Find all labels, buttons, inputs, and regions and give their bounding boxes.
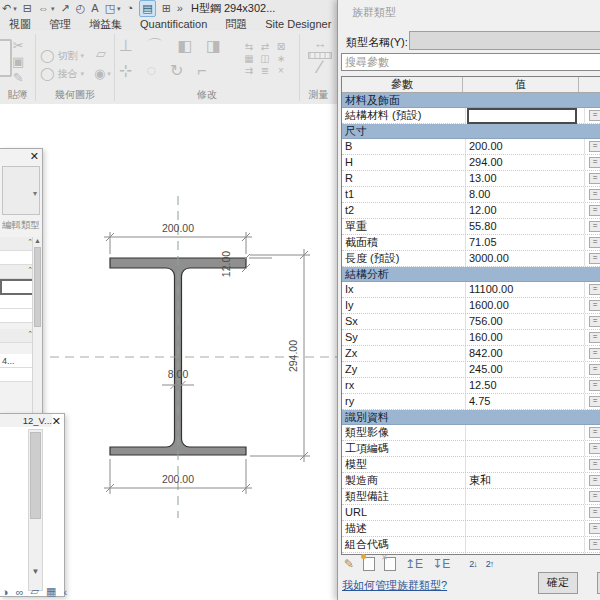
undo-icon[interactable]: ↶ bbox=[2, 1, 11, 16]
tab-view[interactable]: 視圖 bbox=[0, 18, 40, 31]
move-parameter-down-icon[interactable]: ↧E bbox=[432, 557, 450, 571]
formula-button[interactable]: = bbox=[589, 110, 600, 121]
param-value-cell[interactable]: 71.05 bbox=[466, 235, 585, 250]
crop-view-icon[interactable]: ▱ bbox=[31, 585, 39, 598]
scrollbar-thumb[interactable] bbox=[34, 247, 41, 327]
property-row[interactable]: 4... bbox=[0, 354, 33, 368]
formula-button[interactable]: = bbox=[589, 396, 600, 407]
formula-button[interactable]: = bbox=[589, 443, 600, 454]
property-row[interactable] bbox=[0, 251, 33, 265]
param-value-cell[interactable]: 756.00 bbox=[466, 314, 585, 329]
formula-button[interactable]: = bbox=[589, 316, 600, 327]
sync-icon[interactable]: ◴ bbox=[76, 1, 86, 16]
formula-button[interactable]: = bbox=[589, 221, 600, 232]
new-parameter-icon[interactable] bbox=[363, 557, 375, 571]
edit-parameter-icon[interactable]: ✎ bbox=[344, 557, 354, 571]
property-row[interactable] bbox=[0, 309, 33, 323]
tab-addins[interactable]: 增益集 bbox=[80, 18, 131, 31]
formula-button[interactable]: = bbox=[589, 427, 600, 438]
section-header[interactable]: 識別資料 bbox=[342, 410, 600, 425]
type-selector[interactable]: ▾ bbox=[2, 166, 40, 215]
delete-parameter-icon[interactable]: ✕ bbox=[384, 557, 396, 571]
text-icon[interactable]: A bbox=[91, 1, 98, 16]
close-icon[interactable]: ✕ bbox=[52, 415, 61, 428]
type-name-combobox[interactable] bbox=[409, 31, 600, 50]
tab-site-designer[interactable]: Site Designer bbox=[256, 18, 340, 31]
formula-button[interactable]: = bbox=[589, 300, 600, 311]
property-group-row[interactable]: ⌃ bbox=[0, 237, 33, 251]
collapse-icon[interactable]: ⌃ bbox=[27, 330, 31, 338]
formula-button[interactable]: = bbox=[589, 141, 600, 152]
close-inactive-windows-icon[interactable]: ⊞ bbox=[162, 1, 171, 16]
dim-top-width-text[interactable]: 200.00 bbox=[162, 222, 194, 234]
param-value-cell[interactable]: 12.50 bbox=[466, 378, 585, 393]
edit-type-button[interactable]: 編輯類型 bbox=[2, 219, 40, 232]
scroll-up-icon[interactable]: ▲ bbox=[33, 237, 42, 244]
param-value-cell[interactable] bbox=[466, 489, 585, 504]
param-value-cell[interactable]: 11100.00 bbox=[466, 282, 585, 297]
collapse-icon[interactable]: ⌃ bbox=[27, 266, 31, 274]
tab-issues[interactable]: 問題 bbox=[216, 18, 256, 31]
param-value-cell[interactable] bbox=[466, 108, 585, 123]
formula-button[interactable]: = bbox=[589, 475, 600, 486]
section-icon[interactable]: ◔ bbox=[127, 1, 134, 16]
formula-button[interactable]: = bbox=[589, 237, 600, 248]
param-value-cell[interactable] bbox=[466, 553, 585, 555]
move-parameter-up-icon[interactable]: ↥E bbox=[405, 557, 423, 571]
formula-button[interactable]: = bbox=[589, 205, 600, 216]
param-value-cell[interactable]: 294.00 bbox=[466, 155, 585, 170]
dim-web-thickness[interactable] bbox=[162, 381, 194, 389]
crop-region-icon[interactable]: ▦ bbox=[46, 585, 56, 598]
reveal-hidden-icon[interactable]: ∞ bbox=[16, 586, 24, 598]
properties-scrollbar[interactable]: ▲ bbox=[32, 237, 42, 416]
thin-lines-icon[interactable]: ▤ bbox=[139, 0, 155, 17]
default-3d-view-icon[interactable]: ◳ bbox=[105, 1, 115, 16]
chevron-down-icon[interactable]: ▾ bbox=[33, 189, 37, 198]
property-group-row[interactable]: ⌃ bbox=[0, 265, 33, 279]
param-value-cell[interactable]: 842.00 bbox=[466, 346, 585, 361]
param-value-cell[interactable]: 4.75 bbox=[466, 394, 585, 409]
param-value-cell[interactable] bbox=[466, 441, 585, 456]
formula-button[interactable]: = bbox=[589, 364, 600, 375]
close-icon[interactable]: ✕ bbox=[30, 150, 39, 163]
print-icon[interactable]: ⊟ bbox=[23, 1, 32, 16]
collapse-icon[interactable]: ⌃ bbox=[27, 238, 31, 246]
param-value-cell[interactable] bbox=[466, 457, 585, 472]
formula-button[interactable]: = bbox=[589, 539, 600, 550]
formula-button[interactable]: = bbox=[589, 491, 600, 502]
formula-button[interactable]: = bbox=[589, 380, 600, 391]
param-value-cell[interactable] bbox=[466, 521, 585, 536]
visual-style-icon[interactable]: ◑ bbox=[2, 586, 9, 598]
formula-button[interactable]: = bbox=[589, 173, 600, 184]
property-group-row[interactable]: ⌃ bbox=[0, 329, 33, 343]
section-header[interactable]: 結構分析 bbox=[342, 267, 600, 282]
formula-button[interactable]: = bbox=[589, 459, 600, 470]
formula-button[interactable]: = bbox=[589, 507, 600, 518]
measure-icon[interactable]: ⇔ bbox=[38, 1, 49, 16]
param-value-cell[interactable]: 245.00 bbox=[466, 362, 585, 377]
scrollbar-thumb[interactable] bbox=[30, 432, 41, 519]
param-value-cell[interactable] bbox=[466, 505, 585, 520]
view-dropdown-icon[interactable]: ▾ bbox=[117, 5, 121, 13]
dim-web-thickness-text[interactable]: 8.00 bbox=[168, 368, 189, 380]
formula-button[interactable]: = bbox=[589, 253, 600, 264]
status-chevron-icon[interactable]: ‹ bbox=[63, 586, 67, 598]
param-value-cell[interactable]: 200.00 bbox=[466, 139, 585, 154]
dim-flange-thickness-text[interactable]: 12.00 bbox=[220, 251, 232, 277]
param-value-cell[interactable]: 3000.00 bbox=[466, 251, 585, 266]
sort-descending-icon[interactable]: 2↑ bbox=[486, 557, 494, 571]
param-value-cell[interactable]: 1600.00 bbox=[466, 298, 585, 313]
dim-bottom-width-text[interactable]: 200.00 bbox=[162, 473, 194, 485]
ok-button[interactable]: 確定 bbox=[538, 572, 578, 594]
property-row[interactable] bbox=[0, 368, 33, 382]
view-palette-scrollbar[interactable]: ▼ bbox=[28, 429, 43, 591]
scroll-down-icon[interactable]: ▼ bbox=[29, 567, 42, 576]
section-header[interactable]: 材料及飾面 bbox=[342, 93, 600, 108]
property-row[interactable] bbox=[0, 295, 33, 309]
tab-manage[interactable]: 管理 bbox=[40, 18, 80, 31]
manage-family-types-help-link[interactable]: 我如何管理族群類型? bbox=[342, 578, 447, 593]
dim-height-text[interactable]: 294.00 bbox=[287, 340, 299, 372]
qat-overflow-icon[interactable]: » bbox=[177, 1, 183, 16]
param-value-cell[interactable]: 8.00 bbox=[466, 187, 585, 202]
value-editbox[interactable] bbox=[467, 108, 577, 124]
